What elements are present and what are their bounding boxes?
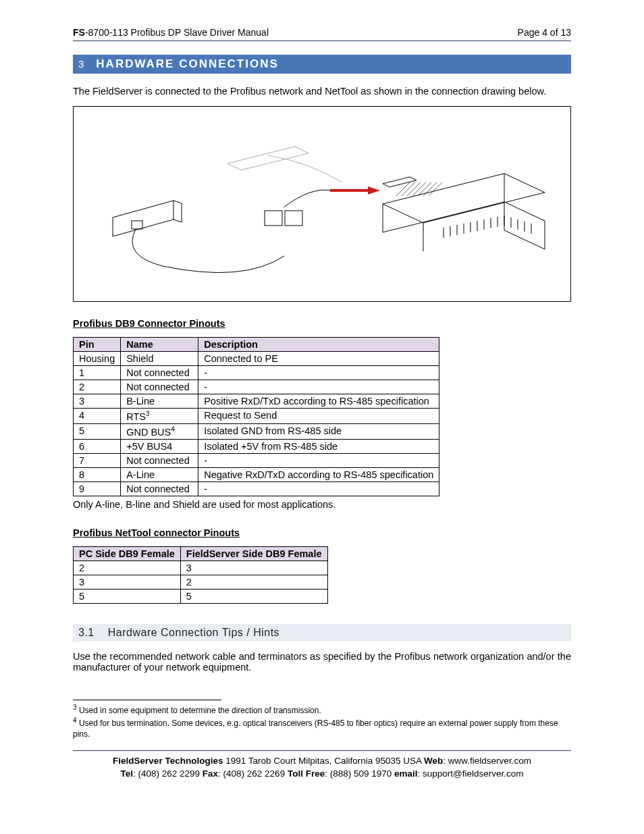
footer-web: : www.fieldserver.com: [443, 756, 531, 766]
cell-pin: 8: [74, 467, 121, 481]
cell-desc: Isolated GND from RS-485 side: [198, 423, 439, 439]
cell-desc: Positive RxD/TxD according to RS-485 spe…: [198, 394, 439, 409]
doc-title-text: -8700-113 Profibus DP Slave Driver Manua…: [85, 27, 269, 38]
col-pc-side: PC Side DB9 Female: [74, 546, 181, 561]
svg-line-24: [423, 182, 437, 196]
cell-pin: 6: [74, 439, 121, 453]
col-name: Name: [121, 338, 198, 352]
cell-pin: 3: [74, 394, 121, 409]
cell-name: RTS3: [121, 409, 198, 424]
db9-pinout-table: Pin Name Description HousingShieldConnec…: [73, 337, 439, 496]
footnote-4-marker: 4: [73, 716, 77, 724]
page-footer: FieldServer Technologies 1991 Tarob Cour…: [73, 755, 571, 781]
cell-pc-side: 2: [74, 561, 181, 575]
col-desc: Description: [198, 338, 439, 352]
page-header: FS-8700-113 Profibus DP Slave Driver Man…: [73, 27, 571, 41]
cell-name: Not connected: [121, 380, 198, 394]
section-number: 3: [78, 58, 84, 70]
cell-desc: -: [198, 366, 439, 380]
svg-rect-1: [265, 211, 282, 226]
cell-pin: 7: [74, 453, 121, 467]
table-row: 6+5V BUS4Isolated +5V from RS-485 side: [74, 439, 439, 453]
fs-prefix: FS: [73, 27, 85, 38]
table-row: 5GND BUS4Isolated GND from RS-485 side: [74, 423, 439, 439]
table-row: HousingShieldConnected to PE: [74, 352, 439, 366]
footer-tel: : (408) 262 2299: [133, 768, 203, 779]
footer-fax: : (408) 262 2269: [218, 768, 288, 779]
footer-web-label: Web: [424, 756, 443, 766]
table-row: 23: [74, 561, 328, 575]
cell-desc: Connected to PE: [198, 352, 439, 366]
cell-name: +5V BUS4: [121, 439, 198, 453]
footer-company: FieldServer Technologies: [113, 756, 223, 766]
footnote-3: 3 Used in some equipment to determine th…: [73, 703, 571, 716]
connection-diagram: [73, 106, 571, 302]
table-row: 8A-LineNegative RxD/TxD according to RS-…: [74, 467, 439, 481]
cell-pin: 1: [74, 366, 121, 380]
table-row: 3B-LinePositive RxD/TxD according to RS-…: [74, 394, 439, 409]
cell-desc: -: [198, 380, 439, 394]
footnote-3-text: Used in some equipment to determine the …: [79, 706, 321, 715]
section-heading: 3 HARDWARE CONNECTIONS: [73, 55, 571, 74]
footer-email: : support@fieldserver.com: [418, 768, 524, 779]
footer-email-label: email: [394, 768, 418, 779]
cell-name: A-Line: [121, 467, 198, 481]
db9-note: Only A-line, B-line and Shield are used …: [73, 499, 571, 510]
table-row: 32: [74, 575, 328, 589]
table-row: 7Not connected-: [74, 453, 439, 467]
table-row: 1Not connected-: [74, 366, 439, 380]
db9-subheading: Profibus DB9 Connector Pinouts: [73, 318, 571, 329]
table-row: 55: [74, 589, 328, 603]
cell-name: Not connected: [121, 366, 198, 380]
svg-line-21: [407, 182, 421, 196]
cell-name: Shield: [121, 352, 198, 366]
cell-pin: 4: [74, 409, 121, 424]
nettool-subheading: Profibus NetTool connector Pinouts: [73, 527, 571, 538]
diagram-svg: [92, 116, 552, 292]
cell-pin: 5: [74, 423, 121, 439]
svg-rect-0: [132, 221, 142, 229]
subsection-title: Hardware Connection Tips / Hints: [108, 627, 279, 639]
cell-fs-side: 5: [180, 589, 327, 603]
subsection-heading: 3.1 Hardware Connection Tips / Hints: [73, 624, 571, 642]
footnote-4: 4 Used for bus termination. Some devices…: [73, 716, 571, 739]
svg-line-19: [396, 182, 410, 196]
footer-tollfree: : (888) 509 1970: [325, 768, 394, 779]
cell-pc-side: 5: [74, 589, 181, 603]
nettool-pinout-table: PC Side DB9 Female FieldServer Side DB9 …: [73, 546, 328, 604]
svg-rect-2: [285, 211, 302, 226]
footer-address: 1991 Tarob Court Milpitas, California 95…: [223, 756, 424, 766]
col-pin: Pin: [74, 338, 121, 352]
table-row: 2Not connected-: [74, 380, 439, 394]
cell-desc: Negative RxD/TxD according to RS-485 spe…: [198, 467, 439, 481]
page-number: Page 4 of 13: [518, 27, 571, 38]
table-header-row: Pin Name Description: [74, 338, 439, 352]
cell-fs-side: 2: [180, 575, 327, 589]
col-fs-side: FieldServer Side DB9 Female: [180, 546, 327, 561]
svg-line-25: [429, 182, 442, 196]
cell-name: Not connected: [121, 453, 198, 467]
section-title: HARDWARE CONNECTIONS: [96, 57, 278, 71]
table-row: 9Not connected-: [74, 481, 439, 496]
subsection-number: 3.1: [78, 627, 95, 639]
footer-fax-label: Fax: [203, 768, 218, 779]
svg-marker-4: [368, 186, 380, 194]
doc-title: FS-8700-113 Profibus DP Slave Driver Man…: [73, 27, 269, 38]
tips-paragraph: Use the recommended network cable and te…: [73, 651, 571, 673]
cell-pin: 9: [74, 481, 121, 496]
cell-desc: -: [198, 481, 439, 496]
cell-desc: Request to Send: [198, 409, 439, 424]
cell-desc: -: [198, 453, 439, 467]
cell-pin: Housing: [74, 352, 121, 366]
footnote-3-marker: 3: [73, 704, 77, 711]
table-row: 4RTS3Request to Send: [74, 409, 439, 424]
cell-pin: 2: [74, 380, 121, 394]
footer-tollfree-label: Toll Free: [288, 768, 325, 779]
footnotes-rule: [73, 700, 221, 700]
cell-desc: Isolated +5V from RS-485 side: [198, 439, 439, 453]
cell-pc-side: 3: [74, 575, 181, 589]
cell-name: B-Line: [121, 394, 198, 409]
intro-text: The FieldServer is connected to the Prof…: [73, 86, 571, 97]
cell-name: Not connected: [121, 481, 198, 496]
table-header-row: PC Side DB9 Female FieldServer Side DB9 …: [74, 546, 328, 561]
